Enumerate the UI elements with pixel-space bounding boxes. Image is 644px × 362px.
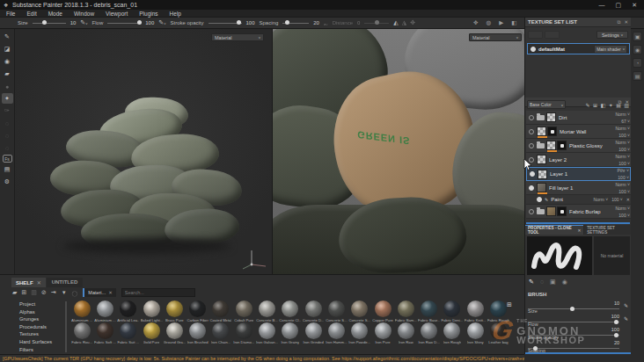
viewport-paint[interactable]: GREEN IS Material˅ — [273, 29, 524, 274]
opacity-dropdown[interactable]: 67 ˅ — [621, 119, 630, 124]
add-folder-icon[interactable]: ▤ — [616, 102, 621, 108]
slider-value[interactable]: 100 — [611, 327, 619, 332]
tab-properties-clone-tool[interactable]: PROPERTIES - CLONE TOOL ✕ — [525, 225, 583, 235]
shelf-export-icon[interactable]: ⇥ — [51, 289, 56, 296]
layer-row[interactable]: Plastic GlossyNorm ˅100 ˅ — [526, 139, 631, 153]
search-input[interactable] — [121, 288, 195, 297]
material-item[interactable]: Concrete S... — [325, 300, 348, 322]
category-project[interactable]: Project — [19, 301, 63, 307]
filter-icon[interactable]: ▼ — [62, 290, 67, 295]
settings-gear-icon[interactable]: ⚙ — [2, 177, 13, 187]
spacing-slider-handle[interactable] — [285, 20, 289, 25]
settings-dropdown[interactable]: Settings˅ — [596, 31, 628, 39]
slider-value[interactable]: 10 — [614, 300, 619, 306]
shelf-new-icon[interactable]: ⊞ — [21, 289, 26, 296]
material-item[interactable]: Iron Galvan... — [255, 322, 278, 344]
camera-icon[interactable]: ◧ — [511, 19, 516, 26]
maximize-button[interactable]: ▢ — [616, 2, 622, 9]
material-item[interactable]: Fabric Base... — [417, 300, 440, 322]
visibility-on-icon[interactable] — [531, 47, 536, 52]
pen-preset-icon[interactable]: ✎ — [624, 302, 628, 308]
add-smart-material-icon[interactable]: ✦ — [609, 102, 613, 108]
layer-thumbnail[interactable] — [537, 183, 546, 192]
blend-mode-dropdown[interactable]: Norm ˅ — [615, 154, 630, 159]
size-value[interactable]: 10 — [70, 20, 77, 25]
material-item[interactable]: Fabric Suit ... — [117, 322, 140, 344]
clone-tool[interactable]: ⌖ — [2, 93, 13, 104]
minimize-button[interactable]: — — [599, 2, 605, 9]
add-fill-layer-icon[interactable]: ◧ — [600, 102, 605, 108]
shelf-save-icon[interactable]: ▥ — [31, 289, 37, 296]
grid-mode-icon[interactable]: ▣ — [550, 279, 556, 286]
layer-thumbnail[interactable] — [538, 170, 547, 179]
opacity-dropdown[interactable]: 100 ˅ — [611, 197, 623, 202]
material-item[interactable]: Fabric Rou... — [70, 322, 93, 344]
visibility-off-icon[interactable] — [529, 157, 534, 163]
polygon-fill-tool[interactable]: ▰ — [2, 69, 13, 79]
projection-tool[interactable]: ◉ — [2, 56, 13, 67]
slider-track[interactable] — [528, 348, 619, 349]
material-item[interactable]: Iron Hamm... — [325, 322, 348, 344]
blend-mode-dropdown[interactable]: Norm ˅ — [615, 112, 630, 117]
physics-tool[interactable]: ◌ — [2, 142, 13, 153]
channel-filter-dropdown[interactable]: Base Color˅ — [527, 100, 566, 109]
slider-track[interactable] — [528, 322, 619, 322]
menu-edit[interactable]: Edit — [26, 11, 36, 17]
flow-slider[interactable] — [107, 23, 141, 24]
flow-slider-handle[interactable] — [137, 20, 142, 25]
visibility-on-icon[interactable] — [537, 197, 542, 202]
spacing-slider[interactable] — [282, 23, 309, 24]
document-icon[interactable]: ▤ — [2, 164, 13, 175]
texture-set-list-header[interactable]: TEXTURE SET LIST ⧉ ✕ — [525, 18, 631, 27]
stroke-opacity-slider-handle[interactable] — [237, 20, 241, 25]
visibility-off-icon[interactable] — [529, 115, 534, 120]
shader-dropdown[interactable]: Main shader˅ — [594, 45, 627, 54]
material-item[interactable]: Iron Powde... — [348, 322, 371, 344]
size-slider[interactable] — [33, 23, 66, 24]
effects-badge[interactable]: Fs — [3, 155, 12, 163]
layer-row[interactable]: Fabric BurlapNorm ˅100 ˅ — [526, 205, 631, 219]
brush-preset-icon[interactable]: ✎˅ — [80, 19, 87, 26]
opacity-dropdown[interactable]: 100 ˅ — [618, 133, 630, 138]
pen-preset-icon[interactable]: ✎ — [624, 315, 628, 322]
material-item[interactable]: Carbon Fiber — [186, 300, 209, 322]
menu-viewport[interactable]: Viewport — [106, 11, 128, 17]
display-settings-icon[interactable]: ▣ — [633, 32, 642, 41]
spacing-value[interactable]: 20 — [313, 20, 319, 25]
blend-mode-dropdown[interactable]: Norm ˅ — [615, 140, 630, 145]
material-item[interactable]: Coated Metal — [209, 300, 232, 322]
material-item[interactable]: Concrete D... — [302, 300, 325, 322]
material-item[interactable]: Brass Pure — [163, 300, 186, 322]
remove-effect-icon[interactable]: ✕ — [626, 197, 630, 202]
tab-close-icon[interactable]: ✕ — [577, 228, 581, 233]
material-item[interactable]: Aluminium ... — [93, 300, 116, 322]
add-paint-effect-icon[interactable]: ✎ — [585, 102, 589, 108]
alignment-dot-icon[interactable]: ●˅ — [324, 20, 328, 26]
opacity-dropdown[interactable]: 100 ˅ — [618, 147, 630, 152]
blend-mode-dropdown[interactable]: Norm ˅ — [594, 197, 609, 202]
blend-mode-dropdown[interactable]: Norm ˅ — [615, 206, 630, 211]
smudge-tool[interactable]: ● — [2, 81, 13, 91]
close-panel-icon[interactable]: ✕ — [624, 19, 628, 25]
tab-texture-set-settings[interactable]: TEXTURE SET SETTINGS — [584, 225, 632, 235]
close-button[interactable]: ✕ — [632, 2, 637, 9]
add-layer-icon[interactable]: ⊞ — [593, 102, 597, 108]
stroke-opacity-slider[interactable] — [209, 23, 242, 24]
tab-close-icon[interactable]: ✕ — [37, 279, 41, 286]
visibility-on-icon[interactable] — [529, 185, 534, 191]
blend-mode-dropdown[interactable]: Pthr ˅ — [618, 168, 629, 173]
category-alphas[interactable]: Alphas — [19, 309, 63, 315]
category-hard-surfaces[interactable]: Hard Surfaces — [19, 339, 63, 344]
material-item[interactable]: Fabric Bam... — [394, 300, 417, 322]
viewport-3d[interactable]: Material˅ — [15, 29, 272, 274]
history-icon[interactable]: ◔ — [633, 58, 642, 68]
slider-size[interactable]: Size10✎ — [528, 300, 619, 313]
menu-plugins[interactable]: Plugins — [139, 11, 157, 17]
opacity-dropdown[interactable]: 100 ˅ — [618, 175, 629, 180]
slider-track[interactable] — [528, 335, 619, 336]
category-scrollbar[interactable] — [65, 301, 67, 352]
layer-row[interactable]: DirtNorm ˅67 ˅ — [526, 111, 631, 125]
transform-gizmo-icon[interactable]: ✥ — [473, 19, 478, 26]
materials-filter-chip[interactable]: Materi... ✕ — [83, 288, 115, 297]
flow-value[interactable]: 100 — [145, 20, 154, 25]
